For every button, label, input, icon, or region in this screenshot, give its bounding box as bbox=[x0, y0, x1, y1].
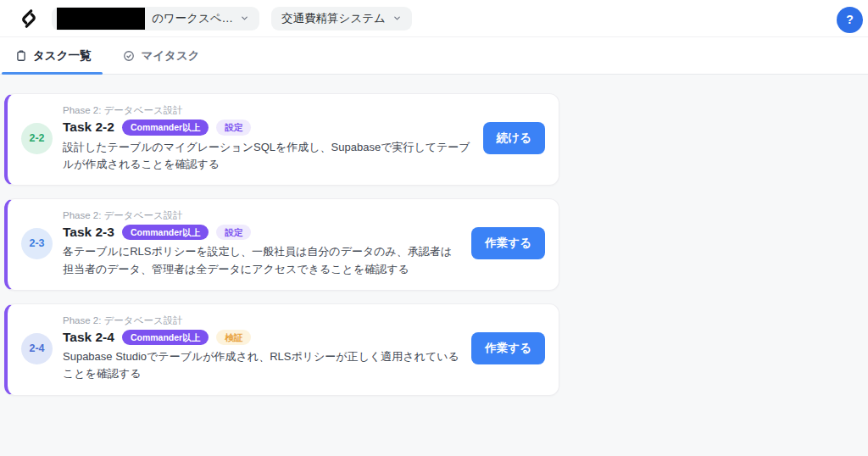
task-action-button[interactable]: 作業する bbox=[471, 332, 545, 364]
task-title: Task 2-4 bbox=[63, 330, 114, 345]
tab-task-list[interactable]: タスク一覧 bbox=[15, 37, 91, 74]
tab-label: マイタスク bbox=[141, 48, 199, 64]
category-badge: 設定 bbox=[216, 120, 251, 136]
category-badge: 検証 bbox=[216, 330, 251, 346]
task-card-body: Phase 2: データベース設計 Task 2-3 Commander以上 設… bbox=[63, 209, 461, 278]
tab-label: タスク一覧 bbox=[33, 48, 91, 64]
check-circle-icon bbox=[123, 50, 135, 62]
redacted-workspace-name bbox=[57, 8, 145, 30]
task-description: Supabase Studioでテーブルが作成され、RLSポリシーが正しく適用さ… bbox=[63, 348, 461, 382]
task-title: Task 2-3 bbox=[63, 225, 114, 240]
workspace-selector-label: のワークスペ… bbox=[152, 11, 233, 26]
role-badge: Commander以上 bbox=[122, 225, 209, 241]
task-number-badge: 2-4 bbox=[21, 333, 53, 364]
task-card-2-2: 2-2 Phase 2: データベース設計 Task 2-2 Commander… bbox=[4, 93, 559, 186]
task-title-row: Task 2-2 Commander以上 設定 bbox=[63, 120, 473, 136]
role-badge: Commander以上 bbox=[122, 330, 209, 346]
tab-my-tasks[interactable]: マイタスク bbox=[123, 37, 199, 74]
tab-bar: タスク一覧 マイタスク bbox=[0, 37, 868, 75]
chevron-down-icon bbox=[392, 14, 402, 23]
topbar: のワークスペ… 交通費精算システム ? bbox=[0, 0, 868, 37]
task-action-button[interactable]: 作業する bbox=[471, 227, 545, 259]
task-card-body: Phase 2: データベース設計 Task 2-2 Commander以上 設… bbox=[63, 104, 473, 173]
project-selector-label: 交通費精算システム bbox=[281, 11, 386, 26]
app-logo-icon[interactable] bbox=[17, 7, 40, 30]
project-selector[interactable]: 交通費精算システム bbox=[271, 7, 412, 31]
app-root: のワークスペ… 交通費精算システム ? タスク一覧 bbox=[0, 0, 868, 456]
role-badge: Commander以上 bbox=[122, 120, 209, 136]
task-list: 2-2 Phase 2: データベース設計 Task 2-2 Commander… bbox=[0, 75, 868, 456]
task-card-2-3: 2-3 Phase 2: データベース設計 Task 2-3 Commander… bbox=[4, 198, 559, 291]
task-card-body: Phase 2: データベース設計 Task 2-4 Commander以上 検… bbox=[63, 314, 461, 383]
workspace-selector[interactable]: のワークスペ… bbox=[52, 7, 259, 31]
task-phase-label: Phase 2: データベース設計 bbox=[63, 209, 461, 222]
task-phase-label: Phase 2: データベース設計 bbox=[63, 104, 473, 117]
task-card-2-4: 2-4 Phase 2: データベース設計 Task 2-4 Commander… bbox=[4, 303, 559, 396]
clipboard-icon bbox=[15, 50, 27, 62]
task-number-badge: 2-2 bbox=[21, 123, 53, 154]
task-action-button[interactable]: 続ける bbox=[483, 122, 545, 154]
task-title-row: Task 2-4 Commander以上 検証 bbox=[63, 330, 461, 346]
task-description: 各テーブルにRLSポリシーを設定し、一般社員は自分のデータのみ、承認者は担当者の… bbox=[63, 243, 461, 277]
task-phase-label: Phase 2: データベース設計 bbox=[63, 314, 461, 327]
task-number-badge: 2-3 bbox=[21, 228, 53, 259]
help-button[interactable]: ? bbox=[837, 7, 863, 33]
task-title-row: Task 2-3 Commander以上 設定 bbox=[63, 225, 461, 241]
category-badge: 設定 bbox=[216, 225, 251, 241]
chevron-down-icon bbox=[240, 14, 249, 23]
task-title: Task 2-2 bbox=[63, 120, 114, 135]
task-description: 設計したテーブルのマイグレーションSQLを作成し、Supabaseで実行してテー… bbox=[63, 139, 473, 173]
